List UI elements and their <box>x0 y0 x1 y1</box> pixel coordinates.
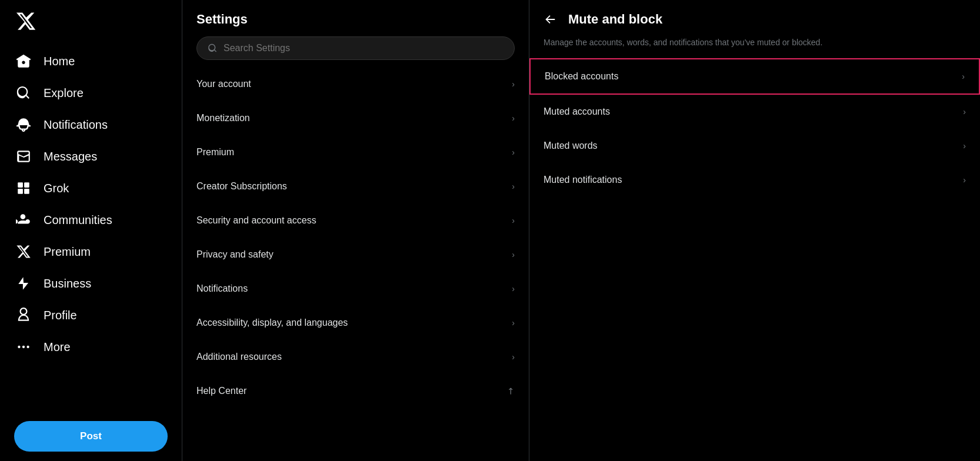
communities-icon <box>15 212 32 228</box>
mute-block-header: Mute and block <box>529 0 980 36</box>
mute-block-subtitle: Manage the accounts, words, and notifica… <box>529 36 980 58</box>
settings-item-label: Monetization <box>196 113 250 123</box>
back-button[interactable] <box>544 13 556 26</box>
search-input[interactable] <box>224 43 504 54</box>
chevron-right-icon: › <box>512 318 515 328</box>
settings-item-accessibility[interactable]: Accessibility, display, and languages › <box>182 306 529 340</box>
settings-item-label: Accessibility, display, and languages <box>196 318 348 328</box>
sidebar-item-profile[interactable]: Profile <box>7 300 175 330</box>
settings-item-label: Your account <box>196 79 251 89</box>
sidebar-item-label: Notifications <box>44 118 108 132</box>
settings-item-premium[interactable]: Premium › <box>182 135 529 169</box>
svg-point-6 <box>26 346 29 348</box>
chevron-right-icon: › <box>962 72 965 81</box>
settings-item-privacy[interactable]: Privacy and safety › <box>182 238 529 272</box>
settings-item-notifications[interactable]: Notifications › <box>182 272 529 306</box>
sidebar-item-business[interactable]: Business <box>7 268 175 299</box>
search-icon <box>208 43 218 54</box>
chevron-right-icon: › <box>963 175 966 185</box>
more-icon <box>15 339 32 355</box>
settings-panel: Settings Your account › Monetization › P… <box>182 0 529 461</box>
sidebar-item-label: Explore <box>44 86 84 100</box>
external-link-icon: ↗ <box>505 385 518 397</box>
settings-list: Your account › Monetization › Premium › … <box>182 67 529 408</box>
svg-point-5 <box>22 346 25 348</box>
mute-block-item-blocked-accounts[interactable]: Blocked accounts › <box>529 58 980 95</box>
chevron-right-icon: › <box>512 182 515 191</box>
svg-rect-0 <box>18 182 23 188</box>
chevron-right-icon: › <box>512 352 515 362</box>
settings-header: Settings <box>182 0 529 67</box>
sidebar-item-more[interactable]: More <box>7 332 175 362</box>
bell-icon <box>15 116 32 133</box>
sidebar-item-grok[interactable]: Grok <box>7 173 175 203</box>
mute-block-item-muted-words[interactable]: Muted words › <box>529 129 980 163</box>
sidebar-item-label: Business <box>44 277 91 290</box>
sidebar: Home Explore Notifications Messages <box>0 0 182 461</box>
svg-point-4 <box>18 346 20 348</box>
settings-item-creator-subscriptions[interactable]: Creator Subscriptions › <box>182 169 529 203</box>
mute-block-item-label: Muted words <box>544 141 598 151</box>
home-icon <box>15 53 32 69</box>
search-bar[interactable] <box>196 36 515 60</box>
sidebar-item-home[interactable]: Home <box>7 46 175 76</box>
settings-item-monetization[interactable]: Monetization › <box>182 101 529 135</box>
sidebar-item-premium[interactable]: Premium <box>7 236 175 267</box>
settings-item-label: Security and account access <box>196 215 316 226</box>
chevron-right-icon: › <box>512 148 515 157</box>
mute-block-item-label: Blocked accounts <box>545 71 618 82</box>
sidebar-item-label: Premium <box>44 245 91 259</box>
mute-block-item-muted-notifications[interactable]: Muted notifications › <box>529 163 980 197</box>
chevron-right-icon: › <box>512 216 515 225</box>
bolt-icon <box>15 275 32 292</box>
settings-item-label: Notifications <box>196 283 248 294</box>
svg-rect-1 <box>24 182 29 188</box>
sidebar-item-label: Profile <box>44 309 77 322</box>
chevron-right-icon: › <box>512 250 515 259</box>
chevron-right-icon: › <box>512 79 515 89</box>
mute-block-list: Blocked accounts › Muted accounts › Mute… <box>529 58 980 197</box>
person-icon <box>15 307 32 323</box>
settings-item-label: Additional resources <box>196 352 282 362</box>
mute-block-title: Mute and block <box>568 12 662 27</box>
x-logo[interactable] <box>7 5 175 44</box>
sidebar-item-communities[interactable]: Communities <box>7 205 175 235</box>
mute-block-item-muted-accounts[interactable]: Muted accounts › <box>529 95 980 129</box>
sidebar-item-label: More <box>44 340 71 354</box>
settings-item-label: Creator Subscriptions <box>196 181 287 192</box>
svg-rect-3 <box>24 189 29 194</box>
mail-icon <box>15 148 32 165</box>
sidebar-item-label: Messages <box>44 150 97 163</box>
svg-rect-2 <box>18 189 23 194</box>
sidebar-item-explore[interactable]: Explore <box>7 78 175 108</box>
explore-icon <box>15 85 32 101</box>
chevron-right-icon: › <box>963 107 966 116</box>
premium-x-icon <box>15 243 32 260</box>
settings-item-your-account[interactable]: Your account › <box>182 67 529 101</box>
sidebar-item-label: Grok <box>44 182 69 195</box>
mute-block-item-label: Muted notifications <box>544 175 622 185</box>
settings-title: Settings <box>196 12 515 27</box>
sidebar-item-label: Home <box>44 55 75 68</box>
settings-item-label: Privacy and safety <box>196 249 274 260</box>
sidebar-item-messages[interactable]: Messages <box>7 141 175 172</box>
chevron-right-icon: › <box>512 113 515 123</box>
settings-item-additional[interactable]: Additional resources › <box>182 340 529 374</box>
sidebar-nav: Home Explore Notifications Messages <box>7 46 175 412</box>
grok-icon <box>15 180 32 196</box>
mute-block-panel: Mute and block Manage the accounts, word… <box>529 0 980 461</box>
settings-item-label: Premium <box>196 147 234 158</box>
settings-item-security[interactable]: Security and account access › <box>182 203 529 238</box>
chevron-right-icon: › <box>963 141 966 151</box>
mute-block-item-label: Muted accounts <box>544 106 610 117</box>
chevron-right-icon: › <box>512 284 515 293</box>
sidebar-item-label: Communities <box>44 213 112 227</box>
settings-item-help[interactable]: Help Center ↗ <box>182 374 529 408</box>
sidebar-item-notifications[interactable]: Notifications <box>7 109 175 140</box>
settings-item-label: Help Center <box>196 386 246 396</box>
post-button[interactable]: Post <box>14 421 168 452</box>
